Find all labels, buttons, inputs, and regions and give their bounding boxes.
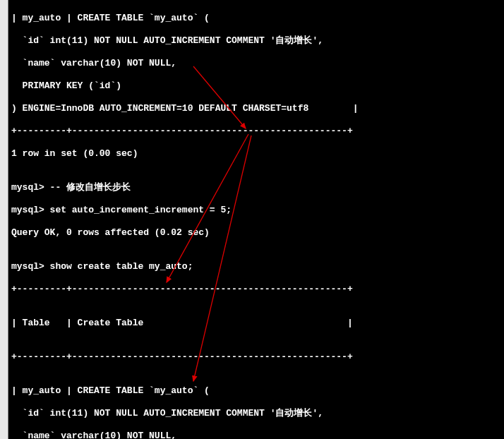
output-line: `name` varchar(10) NOT NULL, bbox=[11, 431, 501, 439]
terminal-output[interactable]: | my_auto | CREATE TABLE `my_auto` ( `id… bbox=[8, 0, 504, 439]
table-border: +---------+-----------------------------… bbox=[11, 351, 501, 363]
output-line: ) ENGINE=InnoDB AUTO_INCREMENT=10 DEFAUL… bbox=[11, 103, 501, 114]
table-border: +---------+-----------------------------… bbox=[11, 284, 501, 295]
prompt-show-create: mysql> show create table my_auto; bbox=[11, 261, 501, 272]
window-left-chrome bbox=[0, 0, 8, 439]
output-line: PRIMARY KEY (`id`) bbox=[11, 80, 501, 92]
output-line: | my_auto | CREATE TABLE `my_auto` ( bbox=[11, 13, 501, 24]
output-line: `id` int(11) NOT NULL AUTO_INCREMENT COM… bbox=[11, 35, 501, 47]
result-summary: 1 row in set (0.00 sec) bbox=[11, 148, 501, 160]
output-line: `name` varchar(10) NOT NULL, bbox=[11, 58, 501, 69]
output-line: | my_auto | CREATE TABLE `my_auto` ( bbox=[11, 385, 501, 397]
result-summary: Query OK, 0 rows affected (0.02 sec) bbox=[11, 227, 501, 239]
table-header: | Table | Create Table | bbox=[11, 318, 501, 329]
prompt-set-increment: mysql> set auto_increment_increment = 5; bbox=[11, 205, 501, 216]
prompt-comment: mysql> -- 修改自增长步长 bbox=[11, 182, 501, 193]
output-line: `id` int(11) NOT NULL AUTO_INCREMENT COM… bbox=[11, 408, 501, 419]
table-border: +---------+-----------------------------… bbox=[11, 126, 501, 137]
